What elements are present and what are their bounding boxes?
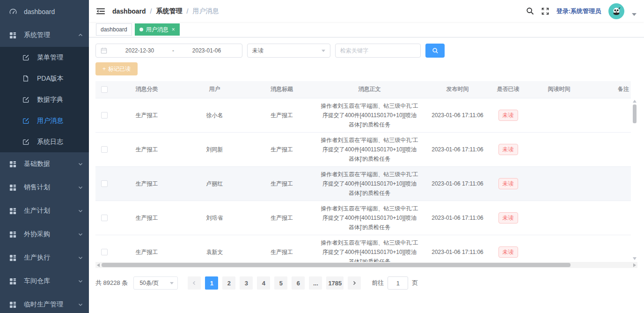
row-checkbox[interactable] [101,180,108,187]
cell-read-status: 未读 [491,201,525,235]
sidebar-item-label: 生产执行 [24,253,50,262]
sidebar-toggle-icon[interactable] [96,7,105,15]
unread-status-badge: 未读 [498,178,518,189]
date-end-value[interactable]: 2023-01-06 [176,47,237,54]
pagination-total: 共 89228 条 [95,279,128,287]
sidebar-item-label: 用户消息 [37,117,63,125]
vertical-scrollbar[interactable] [631,98,637,261]
sidebar-item-production-execution[interactable]: 生产执行 [0,246,89,269]
scroll-up-icon[interactable] [633,100,637,103]
sidebar-item-dashboard[interactable]: dashboard [0,0,89,23]
sidebar-item-workshop-warehouse[interactable]: 车间仓库 [0,269,89,293]
cell-read-status: 未读 [491,132,525,166]
tab-close-icon[interactable]: × [172,27,175,32]
sidebar-item-system-logs[interactable]: 系统日志 [0,131,89,152]
scroll-right-icon[interactable] [633,263,636,267]
table-row-2: 生产报工刘同新生产报工操作者刘玉霞在'平端面、钻三级中孔'工序提交了400件[4… [95,132,631,166]
mark-read-label: 标记已读 [108,65,131,73]
sidebar-item-user-messages[interactable]: 用户消息 [0,110,89,131]
sidebar-item-temporary-production-management[interactable]: 临时生产管理 [0,293,89,313]
page-size-select[interactable]: 50条/页 [133,276,178,290]
goto-page-input[interactable] [388,276,408,290]
plus-icon: + [102,66,106,72]
tabs-bar: dashboard用户消息× [89,22,644,37]
pagination-page-1[interactable]: 1 [205,276,218,290]
cell-content: 操作者刘玉霞在'平端面、钻三级中孔'工序提交了400件[40011S0170+1… [315,235,424,262]
search-button-icon [432,47,439,54]
sidebar-item-label: 菜单管理 [37,53,63,62]
table-body: 生产报工徐小名生产报工操作者刘玉霞在'平端面、钻三级中孔'工序提交了400件[4… [95,98,631,262]
sidebar-item-system-management[interactable]: 系统管理 [0,23,89,47]
row-checkbox[interactable] [101,146,108,153]
breadcrumb-separator: / [186,7,188,15]
date-range-separator: - [170,47,176,54]
search-icon[interactable] [526,7,534,15]
scroll-down-icon[interactable] [633,257,637,260]
row-checkbox[interactable] [101,249,108,255]
horizontal-scrollbar[interactable] [95,262,637,268]
breadcrumb-item-1[interactable]: 系统管理 [156,7,182,15]
chevron-down-icon [78,161,83,167]
messages-table-wrapper: 消息分类用户消息标题消息正文发布时间是否已读阅读时间备注 生产报工徐小名生产报工… [95,81,637,262]
date-start-value[interactable]: 2022-12-30 [109,47,170,54]
scroll-left-icon[interactable] [97,263,100,267]
fullscreen-icon[interactable] [542,7,549,15]
sidebar-item-basic-data[interactable]: 基础数据 [0,152,89,176]
row-checkbox[interactable] [101,215,108,221]
sidebar-item-pda-version[interactable]: PDA版本 [0,68,89,89]
column-header-read_time: 阅读时间 [525,81,593,98]
pagination-goto: 前往 页 [372,276,418,290]
pagination-ellipsis[interactable]: ... [309,276,322,290]
dashboard-icon [9,8,18,15]
pagination-page-6[interactable]: 6 [292,276,305,290]
mark-read-button[interactable]: + 标记已读 [95,62,138,75]
chevron-down-icon [170,282,174,284]
pagination-page-5[interactable]: 5 [274,276,287,290]
pagination-page-2[interactable]: 2 [222,276,235,290]
sidebar-item-data-dictionary[interactable]: 数据字典 [0,89,89,110]
cell-category: 生产报工 [113,132,181,166]
breadcrumb-item-0[interactable]: dashboard [112,7,146,15]
sidebar-item-label: 系统日志 [37,138,63,146]
sidebar-item-production-plan[interactable]: 生产计划 [0,199,89,223]
tab-dashboard[interactable]: dashboard [96,23,132,36]
cell-checkbox [95,166,113,201]
sidebar-item-sales-plan[interactable]: 销售计划 [0,176,89,199]
page-size-value: 50条/页 [139,279,159,287]
avatar[interactable] [608,3,624,19]
tab-user-messages[interactable]: 用户消息× [135,23,180,36]
cell-category: 生产报工 [113,201,181,235]
keyword-search-input[interactable] [335,44,421,58]
document-icon [22,75,31,82]
cell-publish-time: 2023-01-06 17:11:06 [424,132,491,166]
sidebar-item-outsourcing-purchase[interactable]: 外协采购 [0,223,89,246]
row-checkbox[interactable] [101,112,108,119]
table-row-1: 生产报工徐小名生产报工操作者刘玉霞在'平端面、钻三级中孔'工序提交了400件[4… [95,98,631,132]
caret-down-icon[interactable] [632,13,637,16]
cell-remark [593,166,631,201]
read-status-select[interactable]: 未读 [247,44,330,58]
horizontal-scrollbar-thumb[interactable] [102,263,571,267]
pagination-next-button[interactable] [348,276,361,290]
page-content: 2022-12-30 - 2023-01-06 未读 + [89,37,644,313]
grid-icon [9,254,18,261]
active-tab-dot-icon [139,28,143,31]
pagination: 共 89228 条 50条/页 123456...1785 前往 [95,276,637,290]
pagination-page-4[interactable]: 4 [257,276,270,290]
select-all-checkbox[interactable] [101,86,108,93]
table-header-row: 消息分类用户消息标题消息正文发布时间是否已读阅读时间备注 [95,81,631,98]
cell-user: 刘同新 [181,132,249,166]
cell-content: 操作者刘玉霞在'平端面、钻三级中孔'工序提交了400件[40011S0170+1… [315,166,424,201]
vertical-scrollbar-thumb[interactable] [633,104,637,123]
cell-content: 操作者刘玉霞在'平端面、钻三级中孔'工序提交了400件[40011S0170+1… [315,132,424,166]
search-button[interactable] [425,44,445,58]
pagination-page-3[interactable]: 3 [240,276,253,290]
pagination-page-1785[interactable]: 1785 [326,276,344,290]
column-header-category: 消息分类 [113,81,181,98]
pagination-prev-button[interactable] [188,276,201,290]
date-range-picker[interactable]: 2022-12-30 - 2023-01-06 [95,44,242,58]
cell-publish-time: 2023-01-06 17:11:06 [424,235,491,262]
pagination-pages: 123456...1785 [205,276,344,290]
sidebar-item-menu-management[interactable]: 菜单管理 [0,47,89,68]
column-header-content: 消息正文 [315,81,424,98]
